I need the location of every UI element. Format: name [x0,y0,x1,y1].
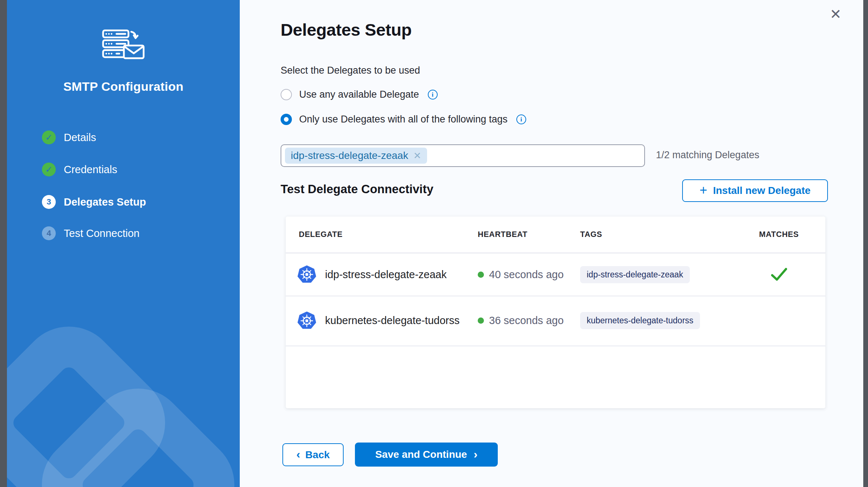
column-header-matches: MATCHES [759,217,799,253]
info-icon[interactable]: i [516,114,526,124]
page-subtitle: Select the Delegates to be used [281,65,420,76]
heartbeat-time: 36 seconds ago [489,315,564,327]
save-button-label: Save and Continue [375,449,467,460]
heartbeat-time: 40 seconds ago [489,269,564,281]
back-button-label: Back [305,449,330,461]
install-new-delegate-button[interactable]: + Install new Delegate [682,179,828,202]
wizard-title: SMTP Configuration [7,79,240,94]
chevron-left-icon: ‹ [296,448,300,460]
matching-delegates-count: 1/2 matching Delegates [656,149,759,161]
kubernetes-icon [297,312,316,330]
info-icon[interactable]: i [428,90,438,100]
step-number-badge: 3 [42,195,56,209]
smtp-server-mail-icon [102,29,145,61]
close-icon[interactable]: ✕ [828,5,844,23]
matches-cell [759,253,799,296]
test-connectivity-title: Test Delegate Connectivity [281,182,433,196]
chevron-right-icon: › [474,448,478,460]
delegate-name: kubernetes-delegate-tudorss [325,315,460,327]
tag-chip: idp-stress-delegate-zeaak ✕ [285,148,427,164]
tag-chip-label: idp-stress-delegate-zeaak [291,150,408,161]
install-button-label: Install new Delegate [713,185,811,196]
heartbeat-cell: 40 seconds ago [478,253,564,296]
tags-cell: idp-stress-delegate-zeaak [580,253,690,296]
radio-label: Only use Delegates with all of the follo… [299,114,508,125]
delegates-setup-panel: ✕ Delegates Setup Select the Delegates t… [240,0,863,487]
heartbeat-status-dot [478,272,484,278]
page-title: Delegates Setup [281,20,412,40]
delegates-table: DELEGATE HEARTBEAT TAGS MATCHES [286,217,825,408]
table-row[interactable]: idp-stress-delegate-zeaak 40 seconds ago… [286,253,825,296]
kubernetes-icon [297,265,316,284]
step-credentials[interactable]: ✓ Credentials [42,163,117,176]
step-complete-check-icon: ✓ [42,163,56,176]
back-button[interactable]: ‹ Back [282,443,344,466]
step-complete-check-icon: ✓ [42,130,56,144]
table-header-row: DELEGATE HEARTBEAT TAGS MATCHES [286,217,825,253]
step-label: Test Connection [64,227,140,239]
smtp-configuration-modal: SMTP Configuration ✓ Details ✓ Credentia… [0,0,868,487]
harness-logo-watermark [7,0,240,487]
radio-selected-icon[interactable] [281,114,292,125]
modal-dialog: SMTP Configuration ✓ Details ✓ Credentia… [7,0,863,487]
delegate-tag-pill: idp-stress-delegate-zeaak [580,266,690,283]
matches-cell [759,296,799,346]
delegate-tags-input[interactable]: idp-stress-delegate-zeaak ✕ [281,144,645,167]
radio-only-delegates-with-tags[interactable]: Only use Delegates with all of the follo… [281,114,526,125]
step-delegates-setup[interactable]: 3 Delegates Setup [42,195,146,209]
radio-unselected-icon[interactable] [281,89,292,100]
delegate-cell: idp-stress-delegate-zeaak [297,253,447,296]
step-details[interactable]: ✓ Details [42,130,96,144]
tags-cell: kubernetes-delegate-tudorss [580,296,700,346]
delegate-name: idp-stress-delegate-zeaak [325,269,447,281]
step-label: Delegates Setup [64,196,146,208]
wizard-sidebar: SMTP Configuration ✓ Details ✓ Credentia… [7,0,240,487]
step-label: Details [64,132,96,144]
step-number-badge: 4 [42,226,56,240]
heartbeat-cell: 36 seconds ago [478,296,564,346]
column-header-tags: TAGS [580,217,602,253]
delegate-cell: kubernetes-delegate-tudorss [297,296,460,346]
match-check-icon [770,268,788,281]
column-header-delegate: DELEGATE [299,217,343,253]
delegate-tag-pill: kubernetes-delegate-tudorss [580,312,700,329]
radio-label: Use any available Delegate [299,89,419,100]
remove-tag-icon[interactable]: ✕ [413,151,421,160]
plus-icon: + [700,183,707,198]
save-and-continue-button[interactable]: Save and Continue › [355,443,498,467]
step-test-connection[interactable]: 4 Test Connection [42,226,140,240]
step-label: Credentials [64,164,117,176]
table-row[interactable]: kubernetes-delegate-tudorss 36 seconds a… [286,296,825,346]
column-header-heartbeat: HEARTBEAT [478,217,527,253]
heartbeat-status-dot [478,317,484,324]
radio-use-any-delegate[interactable]: Use any available Delegate i [281,89,438,100]
